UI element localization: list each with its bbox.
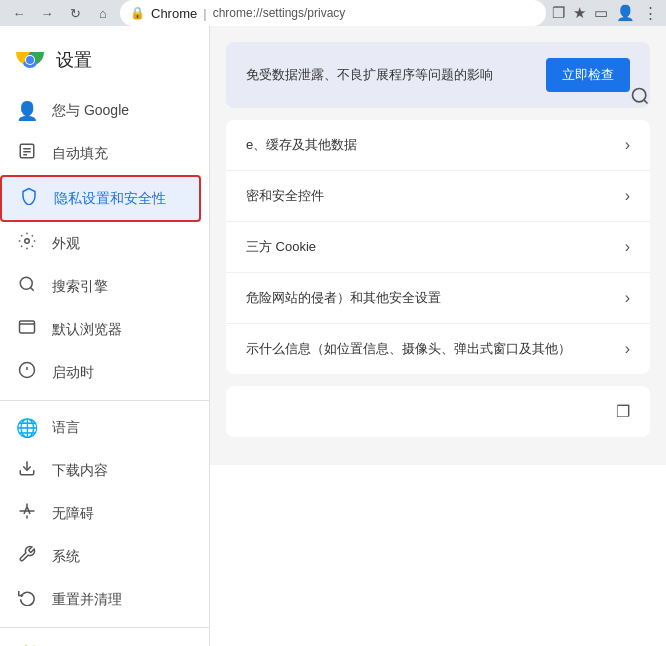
share-icon[interactable]: ❐ [552,4,565,22]
svg-point-3 [26,56,34,64]
svg-rect-11 [20,321,35,333]
language-icon: 🌐 [16,417,38,439]
reset-icon [16,588,38,611]
browser-name-label: Chrome [151,6,197,21]
sidebar-item-language[interactable]: 🌐 语言 [0,407,201,449]
sidebar-label-privacy: 隐私设置和安全性 [54,190,183,208]
sidebar-divider-1 [0,400,209,401]
sidebar-label-language: 语言 [52,419,185,437]
main-wrapper: 免受数据泄露、不良扩展程序等问题的影响 立即检查 e、缓存及其他数据 › 密和安… [210,26,666,646]
sidebar-item-privacy[interactable]: 隐私设置和安全性 [0,175,201,222]
title-bar: ← → ↻ ⌂ 🔒 Chrome | chrome://settings/pri… [0,0,666,26]
search-nav-icon [16,275,38,298]
address-bar[interactable]: 🔒 Chrome | chrome://settings/privacy [120,0,546,26]
url-separator: | [203,6,206,21]
ext-link-item[interactable]: ❐ [226,386,650,437]
check-now-button[interactable]: 立即检查 [546,58,630,92]
sidebar-item-startup[interactable]: 启动时 [0,351,201,394]
profile-icon[interactable]: 👤 [616,4,635,22]
sidebar-item-downloads[interactable]: 下载内容 [0,449,201,492]
sidebar: 设置 👤 您与 Google 自动填充 [0,26,210,646]
menu-item-third-party[interactable]: 三方 Cookie › [226,222,650,273]
sidebar-item-profile[interactable]: 👤 您与 Google [0,90,201,132]
sidebar-label-autofill: 自动填充 [52,145,185,163]
address-right-icons: ❐ ★ ▭ 👤 ⋮ [552,4,658,22]
chevron-icon-cookies: › [625,136,630,154]
sidebar-item-system[interactable]: 系统 [0,535,201,578]
sidebar-item-browser[interactable]: 默认浏览器 [0,308,201,351]
sidebar-label-browser: 默认浏览器 [52,321,185,339]
sidebar-label-search: 搜索引擎 [52,278,185,296]
accessibility-icon [16,502,38,525]
sidebar-item-accessibility[interactable]: 无障碍 [0,492,201,535]
menu-item-permissions[interactable]: 示什么信息（如位置信息、摄像头、弹出式窗口及其他） › [226,324,650,374]
main-content: 免受数据泄露、不良扩展程序等问题的影响 立即检查 e、缓存及其他数据 › 密和安… [210,26,666,465]
search-icon[interactable] [630,86,650,111]
sidebar-divider-2 [0,627,209,628]
home-button[interactable]: ⌂ [92,2,114,24]
menu-item-security[interactable]: 密和安全控件 › [226,171,650,222]
chrome-logo-icon [16,46,44,74]
sidebar-label-profile: 您与 Google [52,102,185,120]
appearance-icon [16,232,38,255]
sidebar-label-startup: 启动时 [52,364,185,382]
sidebar-item-reset[interactable]: 重置并清理 [0,578,201,621]
chevron-icon-security: › [625,187,630,205]
url-text: chrome://settings/privacy [213,6,346,20]
menu-card: e、缓存及其他数据 › 密和安全控件 › 三方 Cookie › 危险网站的侵者… [226,120,650,374]
svg-line-27 [644,100,648,104]
back-button[interactable]: ← [8,2,30,24]
check-card-text: 免受数据泄露、不良扩展程序等问题的影响 [246,66,530,84]
chevron-icon-third-party: › [625,238,630,256]
sidebar-label-appearance: 外观 [52,235,185,253]
browser-icon [16,318,38,341]
menu-item-security-text: 密和安全控件 [246,187,324,205]
menu-item-permissions-text: 示什么信息（如位置信息、摄像头、弹出式窗口及其他） [246,340,571,358]
sidebar-header: 设置 [0,34,209,90]
bookmark-icon[interactable]: ★ [573,4,586,22]
menu-item-cookies[interactable]: e、缓存及其他数据 › [226,120,650,171]
sidebar-label-system: 系统 [52,548,185,566]
downloads-icon [16,459,38,482]
sidebar-item-autofill[interactable]: 自动填充 [0,132,201,175]
menu-item-safe-browse-text: 危险网站的侵者）和其他安全设置 [246,289,441,307]
sidebar-item-search[interactable]: 搜索引擎 [0,265,201,308]
sidebar-item-extensions[interactable]: 🧩 扩展程序 ❐ [0,634,201,646]
sidebar-label-downloads: 下载内容 [52,462,185,480]
privacy-icon [18,187,40,210]
external-icon[interactable]: ❐ [616,402,630,421]
system-icon [16,545,38,568]
sidebar-label-accessibility: 无障碍 [52,505,185,523]
menu-icon[interactable]: ⋮ [643,4,658,22]
svg-point-9 [20,277,32,289]
forward-button[interactable]: → [36,2,58,24]
window-icon[interactable]: ▭ [594,4,608,22]
chevron-icon-safe-browse: › [625,289,630,307]
content-area: 设置 👤 您与 Google 自动填充 [0,26,666,646]
browser-frame: ← → ↻ ⌂ 🔒 Chrome | chrome://settings/pri… [0,0,666,646]
svg-line-10 [30,287,33,290]
sidebar-label-reset: 重置并清理 [52,591,185,609]
check-card: 免受数据泄露、不良扩展程序等问题的影响 立即检查 [226,42,650,108]
svg-point-8 [25,239,30,244]
svg-point-26 [633,89,646,102]
check-card-inner: 免受数据泄露、不良扩展程序等问题的影响 立即检查 [226,42,650,108]
chevron-icon-permissions: › [625,340,630,358]
menu-item-safe-browse[interactable]: 危险网站的侵者）和其他安全设置 › [226,273,650,324]
reload-button[interactable]: ↻ [64,2,86,24]
autofill-icon [16,142,38,165]
lock-icon: 🔒 [130,6,145,20]
startup-icon [16,361,38,384]
menu-item-third-party-text: 三方 Cookie [246,238,316,256]
menu-item-cookies-text: e、缓存及其他数据 [246,136,357,154]
settings-title: 设置 [56,48,92,72]
profile-nav-icon: 👤 [16,100,38,122]
sidebar-item-appearance[interactable]: 外观 [0,222,201,265]
